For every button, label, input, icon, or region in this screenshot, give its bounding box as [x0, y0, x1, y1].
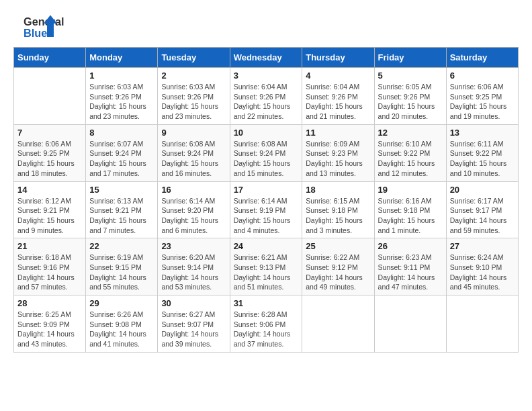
calendar-cell: 22Sunrise: 6:19 AM Sunset: 9:15 PM Dayli…: [86, 238, 158, 295]
calendar-cell: 26Sunrise: 6:23 AM Sunset: 9:11 PM Dayli…: [374, 238, 446, 295]
day-number: 23: [161, 241, 226, 251]
calendar-cell: 29Sunrise: 6:26 AM Sunset: 9:08 PM Dayli…: [86, 295, 158, 353]
day-number: 15: [89, 185, 154, 195]
calendar-week-row: 7Sunrise: 6:06 AM Sunset: 9:25 PM Daylig…: [14, 124, 519, 181]
calendar-cell: 18Sunrise: 6:15 AM Sunset: 9:18 PM Dayli…: [302, 181, 374, 238]
day-info: Sunrise: 6:05 AM Sunset: 9:26 PM Dayligh…: [378, 82, 443, 122]
day-number: 18: [306, 185, 370, 195]
day-number: 26: [378, 241, 443, 251]
calendar-cell: 11Sunrise: 6:09 AM Sunset: 9:23 PM Dayli…: [302, 124, 374, 181]
calendar-cell: 16Sunrise: 6:14 AM Sunset: 9:20 PM Dayli…: [158, 181, 230, 238]
day-number: 24: [234, 241, 299, 251]
day-number: 8: [89, 128, 154, 138]
day-number: 14: [17, 185, 82, 195]
calendar-body: 1Sunrise: 6:03 AM Sunset: 9:26 PM Daylig…: [14, 68, 519, 353]
day-number: 30: [161, 298, 226, 308]
day-info: Sunrise: 6:28 AM Sunset: 9:06 PM Dayligh…: [234, 310, 299, 349]
svg-text:Blue: Blue: [24, 27, 47, 39]
day-info: Sunrise: 6:23 AM Sunset: 9:11 PM Dayligh…: [378, 253, 443, 292]
day-number: 27: [450, 241, 515, 251]
day-number: 2: [161, 71, 226, 81]
day-info: Sunrise: 6:03 AM Sunset: 9:26 PM Dayligh…: [161, 82, 226, 122]
logo: General Blue: [13, 13, 67, 40]
day-info: Sunrise: 6:20 AM Sunset: 9:14 PM Dayligh…: [161, 253, 226, 292]
day-info: Sunrise: 6:11 AM Sunset: 9:22 PM Dayligh…: [450, 139, 515, 179]
day-info: Sunrise: 6:16 AM Sunset: 9:18 PM Dayligh…: [378, 196, 443, 236]
day-number: 1: [89, 71, 154, 81]
day-info: Sunrise: 6:06 AM Sunset: 9:25 PM Dayligh…: [450, 82, 515, 122]
day-info: Sunrise: 6:21 AM Sunset: 9:13 PM Dayligh…: [234, 253, 299, 292]
calendar-cell: 17Sunrise: 6:14 AM Sunset: 9:19 PM Dayli…: [230, 181, 302, 238]
day-info: Sunrise: 6:13 AM Sunset: 9:21 PM Dayligh…: [89, 196, 154, 236]
calendar-cell: 7Sunrise: 6:06 AM Sunset: 9:25 PM Daylig…: [14, 124, 86, 181]
day-number: 28: [17, 298, 82, 308]
weekday-header-cell: Sunday: [14, 48, 86, 68]
calendar-cell: 8Sunrise: 6:07 AM Sunset: 9:24 PM Daylig…: [86, 124, 158, 181]
calendar-cell: 20Sunrise: 6:17 AM Sunset: 9:17 PM Dayli…: [446, 181, 518, 238]
day-number: 13: [450, 128, 515, 138]
calendar-week-row: 14Sunrise: 6:12 AM Sunset: 9:21 PM Dayli…: [14, 181, 519, 238]
weekday-header-cell: Wednesday: [230, 48, 302, 68]
calendar-cell: 21Sunrise: 6:18 AM Sunset: 9:16 PM Dayli…: [14, 238, 86, 295]
calendar-cell: 5Sunrise: 6:05 AM Sunset: 9:26 PM Daylig…: [374, 68, 446, 125]
day-number: 29: [89, 298, 154, 308]
day-number: 11: [306, 128, 370, 138]
calendar-cell: [374, 295, 446, 353]
day-number: 6: [450, 71, 515, 81]
weekday-header-row: SundayMondayTuesdayWednesdayThursdayFrid…: [14, 48, 519, 68]
day-info: Sunrise: 6:04 AM Sunset: 9:26 PM Dayligh…: [306, 82, 370, 122]
calendar-cell: 10Sunrise: 6:08 AM Sunset: 9:24 PM Dayli…: [230, 124, 302, 181]
day-number: 21: [17, 241, 82, 251]
calendar-cell: 30Sunrise: 6:27 AM Sunset: 9:07 PM Dayli…: [158, 295, 230, 353]
weekday-header-cell: Thursday: [302, 48, 374, 68]
day-info: Sunrise: 6:06 AM Sunset: 9:25 PM Dayligh…: [17, 139, 82, 179]
day-info: Sunrise: 6:18 AM Sunset: 9:16 PM Dayligh…: [17, 253, 82, 292]
calendar-cell: 9Sunrise: 6:08 AM Sunset: 9:24 PM Daylig…: [158, 124, 230, 181]
day-info: Sunrise: 6:08 AM Sunset: 9:24 PM Dayligh…: [234, 139, 299, 179]
calendar-cell: 4Sunrise: 6:04 AM Sunset: 9:26 PM Daylig…: [302, 68, 374, 125]
day-number: 25: [306, 241, 370, 251]
day-info: Sunrise: 6:07 AM Sunset: 9:24 PM Dayligh…: [89, 139, 154, 179]
day-number: 10: [234, 128, 299, 138]
calendar-cell: 15Sunrise: 6:13 AM Sunset: 9:21 PM Dayli…: [86, 181, 158, 238]
day-info: Sunrise: 6:27 AM Sunset: 9:07 PM Dayligh…: [161, 310, 226, 349]
day-number: 31: [234, 298, 299, 308]
calendar-cell: 3Sunrise: 6:04 AM Sunset: 9:26 PM Daylig…: [230, 68, 302, 125]
day-number: 3: [234, 71, 299, 81]
calendar-cell: 28Sunrise: 6:25 AM Sunset: 9:09 PM Dayli…: [14, 295, 86, 353]
day-number: 22: [89, 241, 154, 251]
day-info: Sunrise: 6:24 AM Sunset: 9:10 PM Dayligh…: [450, 253, 515, 292]
weekday-header-cell: Saturday: [446, 48, 518, 68]
calendar-cell: 1Sunrise: 6:03 AM Sunset: 9:26 PM Daylig…: [86, 68, 158, 125]
day-info: Sunrise: 6:03 AM Sunset: 9:26 PM Dayligh…: [89, 82, 154, 122]
logo-icon: General Blue: [13, 13, 67, 40]
day-number: 9: [161, 128, 226, 138]
calendar-table: SundayMondayTuesdayWednesdayThursdayFrid…: [13, 47, 519, 353]
day-info: Sunrise: 6:08 AM Sunset: 9:24 PM Dayligh…: [161, 139, 226, 179]
calendar-cell: 2Sunrise: 6:03 AM Sunset: 9:26 PM Daylig…: [158, 68, 230, 125]
day-number: 17: [234, 185, 299, 195]
day-info: Sunrise: 6:12 AM Sunset: 9:21 PM Dayligh…: [17, 196, 82, 236]
calendar-cell: 27Sunrise: 6:24 AM Sunset: 9:10 PM Dayli…: [446, 238, 518, 295]
day-info: Sunrise: 6:04 AM Sunset: 9:26 PM Dayligh…: [234, 82, 299, 122]
calendar-cell: 23Sunrise: 6:20 AM Sunset: 9:14 PM Dayli…: [158, 238, 230, 295]
calendar-week-row: 21Sunrise: 6:18 AM Sunset: 9:16 PM Dayli…: [14, 238, 519, 295]
day-info: Sunrise: 6:26 AM Sunset: 9:08 PM Dayligh…: [89, 310, 154, 349]
svg-text:General: General: [24, 15, 64, 28]
day-info: Sunrise: 6:19 AM Sunset: 9:15 PM Dayligh…: [89, 253, 154, 292]
weekday-header-cell: Monday: [86, 48, 158, 68]
day-number: 19: [378, 185, 443, 195]
day-number: 7: [17, 128, 82, 138]
day-number: 20: [450, 185, 515, 195]
day-info: Sunrise: 6:10 AM Sunset: 9:22 PM Dayligh…: [378, 139, 443, 179]
calendar-cell: 24Sunrise: 6:21 AM Sunset: 9:13 PM Dayli…: [230, 238, 302, 295]
day-info: Sunrise: 6:22 AM Sunset: 9:12 PM Dayligh…: [306, 253, 370, 292]
day-number: 4: [306, 71, 370, 81]
calendar-cell: [446, 295, 518, 353]
calendar-cell: 6Sunrise: 6:06 AM Sunset: 9:25 PM Daylig…: [446, 68, 518, 125]
calendar-cell: 19Sunrise: 6:16 AM Sunset: 9:18 PM Dayli…: [374, 181, 446, 238]
calendar-cell: [302, 295, 374, 353]
day-info: Sunrise: 6:17 AM Sunset: 9:17 PM Dayligh…: [450, 196, 515, 236]
day-number: 12: [378, 128, 443, 138]
weekday-header-cell: Tuesday: [158, 48, 230, 68]
